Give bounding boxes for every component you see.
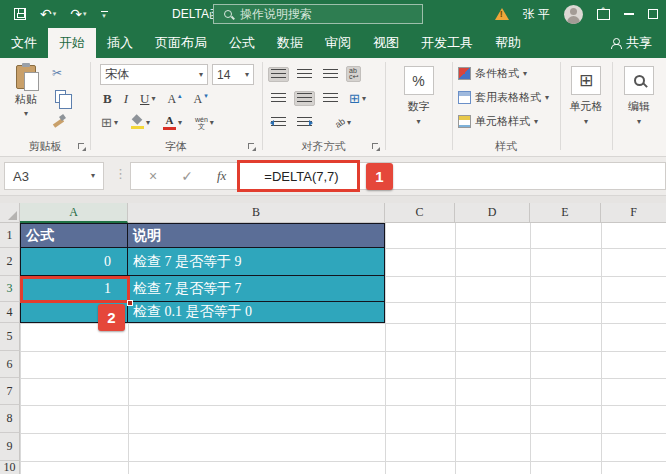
dialog-launcher-icon[interactable]	[78, 143, 87, 152]
maximize-icon[interactable]	[648, 9, 658, 19]
redo-button[interactable]: ↷▾	[70, 8, 86, 20]
chevron-down-icon[interactable]: ▾	[24, 110, 28, 118]
enter-icon[interactable]: ✓	[181, 168, 193, 184]
chevron-down-icon: ▾	[637, 118, 641, 126]
tab-data[interactable]: 数据	[266, 28, 314, 58]
minimize-icon[interactable]	[624, 13, 634, 15]
underline-label: U	[140, 91, 149, 107]
cancel-icon[interactable]: ×	[149, 168, 157, 184]
row-header-1[interactable]: 1	[0, 223, 20, 248]
cells-button[interactable]: ⊞ 单元格 ▾	[560, 66, 612, 126]
fill-handle[interactable]	[127, 300, 133, 306]
tab-home[interactable]: 开始	[48, 28, 96, 58]
cell-styles-button[interactable]: 单元格样式 ▾	[458, 114, 538, 129]
copy-button[interactable]: ▾	[52, 88, 75, 105]
avatar[interactable]	[564, 5, 583, 24]
editing-button[interactable]: 编辑 ▾	[612, 66, 666, 126]
undo-button[interactable]: ↶▾	[40, 8, 56, 20]
ribbon-display-options-icon[interactable]	[597, 9, 610, 20]
callout-badge-2: 2	[98, 304, 125, 331]
decrease-indent-button[interactable]	[268, 115, 289, 130]
align-center-button[interactable]	[294, 91, 315, 106]
cell-b3[interactable]: 检查 7 是否等于 7	[128, 276, 385, 302]
font-name-select[interactable]: 宋体 ▾	[100, 64, 208, 85]
tab-help[interactable]: 帮助	[484, 28, 532, 58]
row-header-8[interactable]: 8	[0, 405, 20, 433]
conditional-formatting-button[interactable]: 条件格式 ▾	[458, 66, 527, 81]
phonetic-button[interactable]: wén文▾	[192, 114, 217, 132]
number-format-button[interactable]: % 数字 ▾	[385, 66, 452, 126]
row-header-5[interactable]: 5	[0, 323, 20, 351]
share-button[interactable]: 共享	[596, 28, 666, 58]
column-header-d[interactable]: D	[455, 203, 530, 223]
row-header-6[interactable]: 6	[0, 351, 20, 378]
middle-align-button[interactable]	[294, 67, 315, 82]
tab-formulas[interactable]: 公式	[218, 28, 266, 58]
column-header-row: A B C D E F	[0, 203, 666, 223]
format-painter-icon[interactable]	[52, 113, 66, 127]
column-header-f[interactable]: F	[601, 203, 666, 223]
paste-button[interactable]: 粘贴 ▾	[8, 65, 44, 133]
tab-developer[interactable]: 开发工具	[410, 28, 484, 58]
bold-button[interactable]: B	[100, 89, 115, 109]
warning-icon[interactable]	[495, 8, 509, 20]
row-header-9[interactable]: 9	[0, 433, 20, 461]
row-header-2[interactable]: 2	[0, 248, 20, 276]
column-header-b[interactable]: B	[128, 203, 385, 223]
grid-glyph: ⊞	[579, 72, 593, 89]
cell-a2[interactable]: 0	[20, 248, 128, 276]
cell-b4[interactable]: 检查 0.1 是否等于 0	[128, 302, 385, 323]
row-header-4[interactable]: 4	[0, 302, 20, 323]
column-header-a[interactable]: A	[20, 203, 128, 223]
customize-qat-button[interactable]: ▾	[101, 11, 108, 18]
tell-me-search[interactable]: 操作说明搜索	[213, 4, 423, 24]
font-color-button[interactable]: A▾	[160, 113, 185, 132]
borders-button[interactable]: ⊞▾	[98, 114, 121, 131]
cut-icon[interactable]: ✂	[52, 66, 62, 80]
column-header-c[interactable]: C	[385, 203, 455, 223]
bottom-align-button[interactable]	[320, 67, 341, 82]
redo-icon: ↷	[70, 8, 82, 20]
tab-view[interactable]: 视图	[362, 28, 410, 58]
name-box-value: A3	[13, 169, 29, 184]
tab-insert[interactable]: 插入	[96, 28, 144, 58]
format-as-table-button[interactable]: 套用表格格式 ▾	[458, 90, 549, 105]
row-header-3[interactable]: 3	[0, 276, 20, 302]
styles-group-label: 样式	[452, 139, 560, 154]
wrap-text-button[interactable]: abc↩	[346, 66, 361, 82]
group-cells: ⊞ 单元格 ▾	[560, 58, 612, 157]
cell-b2[interactable]: 检查 7 是否等于 9	[128, 248, 385, 276]
tab-review[interactable]: 审阅	[314, 28, 362, 58]
align-row-1: abc↩	[268, 66, 361, 82]
fill-color-button[interactable]: ▾	[128, 114, 153, 131]
top-align-button[interactable]	[268, 67, 289, 82]
conditional-formatting-label: 条件格式	[475, 66, 519, 81]
tab-file[interactable]: 文件	[0, 28, 48, 58]
dialog-launcher-icon[interactable]	[248, 143, 257, 152]
align-right-button[interactable]	[320, 91, 341, 106]
increase-indent-button[interactable]	[294, 115, 315, 130]
grow-font-button[interactable]: A▴	[164, 90, 184, 109]
row-header-7[interactable]: 7	[0, 378, 20, 405]
chevron-down-icon[interactable]: ▾	[83, 8, 87, 20]
column-header-e[interactable]: E	[530, 203, 601, 223]
save-icon[interactable]	[14, 8, 26, 20]
dialog-launcher-icon[interactable]	[372, 143, 381, 152]
chevron-down-icon[interactable]: ▾	[53, 8, 57, 20]
italic-button[interactable]: I	[121, 89, 131, 109]
merge-center-button[interactable]: ⊞▾	[346, 90, 369, 107]
row-header-10[interactable]: 10	[0, 461, 20, 474]
tab-page-layout[interactable]: 页面布局	[144, 28, 218, 58]
cell-b1[interactable]: 说明	[128, 223, 385, 248]
underline-button[interactable]: U▾	[137, 89, 158, 109]
align-left-button[interactable]	[268, 91, 289, 106]
user-name[interactable]: 张 平	[523, 6, 550, 23]
cell-a1[interactable]: 公式	[20, 223, 128, 248]
orientation-button[interactable]: ab▾	[332, 116, 354, 130]
name-box[interactable]: A3 ▾	[4, 162, 104, 190]
formula-input-area[interactable]: × ✓ fx =DELTA(7,7)	[130, 162, 666, 190]
shrink-font-button[interactable]: A▾	[191, 90, 211, 109]
select-all-corner[interactable]	[0, 203, 20, 223]
insert-function-icon[interactable]: fx	[217, 168, 226, 184]
font-size-select[interactable]: 14 ▾	[212, 64, 254, 85]
